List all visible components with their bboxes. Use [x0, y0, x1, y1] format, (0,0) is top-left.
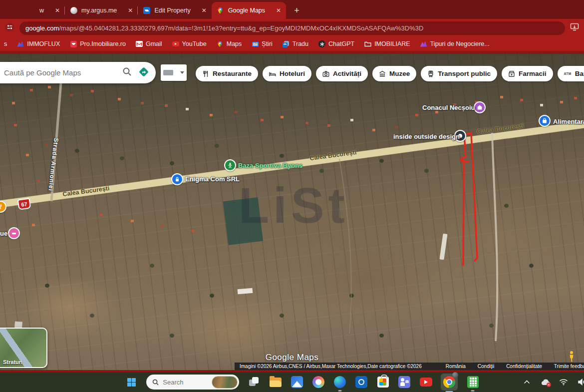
url-domain: google.com: [25, 24, 59, 32]
teams-button[interactable]: [398, 376, 411, 389]
shop-icon: [542, 118, 548, 124]
bookmarks-bar: s IMMOFLUX Pro.Imobiliare.ro Gmail YouTu…: [0, 37, 584, 52]
photos-app-button[interactable]: [291, 376, 303, 389]
google-maps-logo: Google Maps: [0, 353, 584, 363]
bookmark-maps[interactable]: Maps: [217, 40, 242, 47]
tab-bar: w ✕ my.argus.me ✕ Edit Property ✕ Google…: [0, 0, 584, 19]
outlook-button[interactable]: [355, 376, 368, 389]
start-button[interactable]: [125, 376, 138, 389]
chevron-down-icon: [180, 71, 184, 74]
immoflux-icon: [17, 40, 24, 47]
atm-icon: ATM: [564, 72, 572, 75]
copilot-button[interactable]: [312, 376, 325, 389]
site-info-icon[interactable]: [5, 22, 14, 34]
baza-sportiva-marker[interactable]: [224, 159, 236, 171]
place-label-conacul-necsoiu[interactable]: Conacul Necșoiu: [422, 104, 475, 111]
system-tray: ✕: [522, 377, 584, 387]
spreadsheet-app-button[interactable]: [466, 376, 479, 389]
edge-button[interactable]: [333, 376, 346, 389]
tab-edit-property[interactable]: Edit Property ✕: [138, 2, 211, 19]
new-tab-button[interactable]: +: [294, 5, 299, 16]
directions-icon[interactable]: [137, 65, 151, 81]
country-link[interactable]: România: [446, 364, 466, 369]
volume-icon[interactable]: [577, 377, 584, 387]
chip-restaurante[interactable]: Restaurante: [196, 66, 258, 81]
bookmark-chatgpt[interactable]: ChatGPT: [318, 40, 354, 47]
folder-icon: [270, 378, 282, 387]
tipuri-icon: [420, 40, 427, 47]
tab-1-close-icon[interactable]: ✕: [55, 7, 60, 14]
bookmark-gmail[interactable]: Gmail: [136, 40, 162, 47]
page-url: google.com/maps/@45.0404281,23.3330279,6…: [25, 24, 423, 32]
pro-imobiliare-icon: [70, 40, 77, 47]
file-explorer-button[interactable]: [269, 376, 282, 389]
maps-pin-icon: [217, 40, 224, 47]
chip-activitati[interactable]: Activități: [316, 66, 368, 81]
search-highlight-image[interactable]: [212, 376, 238, 389]
maps-search-box[interactable]: [0, 62, 156, 83]
place-label-enigma-com[interactable]: Enigma Com SRL: [185, 175, 240, 183]
gmail-icon: [136, 40, 143, 47]
taskbar-search-input[interactable]: [163, 379, 208, 386]
map-canvas[interactable]: LiSt Calea București Calea București Cal…: [0, 52, 584, 370]
tab-edit-property-close-icon[interactable]: ✕: [202, 7, 207, 14]
wifi-icon[interactable]: [559, 377, 569, 387]
category-chips: Restaurante Hoteluri Activități Muzee Tr…: [196, 66, 584, 81]
chip-bancomate[interactable]: ATM Bancomate: [558, 66, 584, 81]
tab-1[interactable]: w ✕: [0, 2, 65, 19]
place-label-alimentara[interactable]: Alimentara: [553, 118, 584, 125]
tab-google-maps-close-icon[interactable]: ✕: [276, 7, 281, 14]
bookmark-pro-imobiliare[interactable]: Pro.Imobiliare.ro: [70, 40, 126, 47]
bookmark-fragment[interactable]: s: [4, 40, 7, 47]
bookmark-folder-imobiliare[interactable]: IMOBILIARE: [364, 40, 410, 47]
bookmark-youtube[interactable]: YouTube: [172, 40, 207, 47]
chip-transport-public[interactable]: Transport public: [421, 66, 497, 81]
bookmark-tipuri-negociere[interactable]: Tipuri de Negociere...: [420, 40, 490, 47]
onedrive-sync-error-icon[interactable]: ✕: [540, 377, 550, 387]
terms-link[interactable]: Condiții: [478, 364, 494, 369]
youtube-app-button[interactable]: [419, 376, 432, 389]
restaurants-icon: [202, 70, 209, 77]
enigma-com-marker[interactable]: [171, 173, 183, 185]
image-watermark: LiSt: [239, 177, 349, 234]
chip-muzee[interactable]: Muzee: [372, 66, 416, 81]
conacul-necsoiu-marker[interactable]: [474, 101, 486, 113]
tray-chevron-up-icon[interactable]: [522, 377, 532, 387]
microsoft-store-button[interactable]: [376, 376, 389, 389]
alimentara-marker[interactable]: [539, 115, 551, 127]
tab-argus[interactable]: my.argus.me ✕: [65, 2, 138, 19]
keyboard-icon: [163, 70, 173, 75]
folder-icon: [364, 40, 371, 47]
bookmark-immoflux[interactable]: IMMOFLUX: [17, 40, 60, 47]
bookmark-tradu[interactable]: Tradu: [283, 40, 308, 47]
tab-edit-property-label: Edit Property: [154, 7, 190, 14]
imagery-credit: Imagini ©2026 Airbus,CNES / Airbus,Maxar…: [240, 364, 422, 369]
layers-control[interactable]: Straturi: [0, 328, 47, 368]
chrome-button-active[interactable]: [441, 374, 458, 391]
tab-google-maps[interactable]: Google Maps ✕: [212, 2, 286, 19]
bookmark-stiri[interactable]: Știri: [252, 40, 273, 47]
tab-argus-close-icon[interactable]: ✕: [128, 7, 133, 14]
tab-argus-label: my.argus.me: [81, 7, 117, 14]
youtube-icon: [172, 40, 179, 47]
tab-1-label: w: [39, 7, 44, 14]
place-label-inside-outside-design[interactable]: inside outside design: [393, 133, 460, 140]
search-icon[interactable]: [122, 67, 132, 78]
pink-place-marker[interactable]: [8, 227, 20, 239]
edit-property-favicon: [143, 7, 150, 14]
pharmacy-icon: [508, 70, 515, 77]
maps-search-input[interactable]: [4, 68, 117, 77]
feedback-link[interactable]: Trimite feedback despre produs: [554, 364, 584, 369]
input-method-selector[interactable]: [161, 64, 187, 81]
chip-hoteluri[interactable]: Hoteluri: [263, 66, 311, 81]
place-label-cut[interactable]: ue: [0, 230, 7, 237]
taskbar-search[interactable]: [146, 375, 239, 390]
task-view-button[interactable]: [248, 376, 261, 389]
privacy-link[interactable]: Confidențialitate: [506, 364, 542, 369]
chip-farmacii[interactable]: Farmacii: [502, 66, 553, 81]
send-to-device-icon[interactable]: [570, 23, 579, 33]
youtube-icon: [420, 378, 432, 387]
url-bar[interactable]: google.com/maps/@45.0404281,23.3330279,6…: [19, 21, 565, 35]
store-icon: [377, 377, 389, 388]
place-label-baza-sportiva[interactable]: Baza Sportiva Byons: [238, 162, 302, 169]
